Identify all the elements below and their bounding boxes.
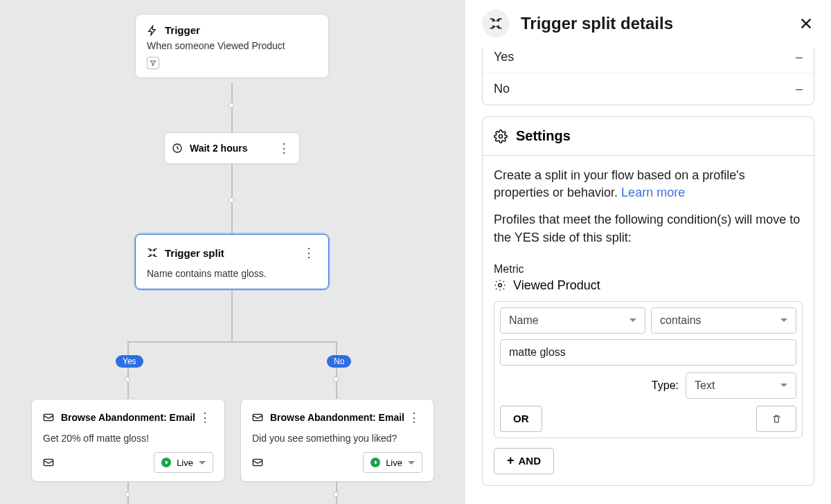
panel-title: Trigger split details: [521, 14, 798, 33]
email-node-no[interactable]: Browse Abandonment: Email... ⋮ Did you s…: [240, 399, 434, 482]
connector-handle: [333, 492, 339, 497]
play-icon: [370, 458, 380, 467]
delete-button[interactable]: [756, 406, 796, 432]
connector-handle: [333, 377, 339, 382]
panel-header: Trigger split details: [465, 0, 831, 48]
split-title: Trigger split: [165, 247, 224, 259]
split-desc: Name contains matte gloss.: [147, 268, 317, 279]
stat-value: –: [796, 82, 803, 96]
metric-value-row: Viewed Product: [494, 278, 803, 293]
settings-header: Settings: [483, 117, 814, 156]
stat-row-no: No–: [483, 73, 814, 105]
settings-desc2: Profiles that meet the following conditi…: [494, 211, 803, 246]
value-input[interactable]: [500, 339, 796, 366]
more-menu[interactable]: ⋮: [301, 244, 317, 261]
chevron-down-icon: [408, 461, 415, 465]
type-select[interactable]: Text: [686, 372, 796, 399]
mail-icon: [43, 458, 54, 467]
email-body: Did you see something you liked?: [252, 433, 422, 444]
connector: [127, 341, 129, 399]
status-dropdown[interactable]: Live: [363, 452, 422, 473]
svg-point-6: [499, 284, 502, 287]
connector-handle: [125, 377, 130, 382]
chevron-down-icon: [780, 318, 787, 322]
svg-rect-2: [44, 459, 53, 465]
more-menu[interactable]: ⋮: [406, 409, 422, 426]
no-badge: No: [327, 355, 351, 368]
wait-label: Wait 2 hours: [190, 143, 269, 154]
stat-row-yes: Yes–: [483, 48, 814, 73]
filter-icon[interactable]: [147, 57, 159, 69]
gear-icon: [494, 279, 506, 291]
yes-badge: Yes: [116, 355, 143, 368]
connector-handle: [125, 492, 130, 497]
or-button[interactable]: OR: [500, 406, 542, 432]
stat-label: No: [494, 82, 510, 96]
connector: [127, 341, 337, 343]
clock-icon: [172, 143, 183, 154]
svg-rect-4: [253, 459, 262, 465]
stat-value: –: [796, 50, 803, 64]
trigger-split-node[interactable]: Trigger split ⋮ Name contains matte glos…: [135, 234, 329, 289]
connector-handle: [229, 197, 234, 203]
email-title: Browse Abandonment: Email...: [61, 412, 195, 423]
and-button[interactable]: +AND: [494, 448, 554, 474]
wait-node[interactable]: Wait 2 hours ⋮: [164, 132, 300, 164]
mail-icon: [43, 413, 54, 422]
trigger-title: Trigger: [165, 24, 200, 36]
condition-group: Name contains Type: Text OR: [494, 301, 803, 438]
chevron-down-icon: [629, 318, 636, 322]
connector: [336, 341, 337, 399]
learn-more-link[interactable]: Learn more: [621, 186, 685, 199]
chevron-down-icon: [199, 461, 206, 465]
svg-rect-3: [253, 414, 262, 420]
email-body: Get 20% off matte gloss!: [43, 433, 213, 444]
more-menu[interactable]: ⋮: [276, 140, 292, 156]
status-label: Live: [177, 458, 193, 468]
connector-handle: [229, 102, 234, 108]
status-label: Live: [386, 458, 402, 468]
field-select[interactable]: Name: [500, 307, 645, 334]
settings-card: Settings Create a split in your flow bas…: [482, 116, 814, 486]
trigger-desc: When someone Viewed Product: [147, 40, 317, 51]
settings-desc: Create a split in your flow based on a p…: [494, 167, 803, 201]
connector: [231, 288, 233, 342]
lightning-icon: [147, 25, 158, 36]
stat-label: Yes: [494, 50, 514, 64]
type-label: Type:: [652, 379, 679, 392]
settings-title: Settings: [516, 128, 571, 144]
metric-value: Viewed Product: [513, 278, 600, 293]
email-title: Browse Abandonment: Email...: [270, 412, 404, 423]
split-icon: [147, 247, 158, 258]
svg-point-5: [499, 134, 503, 138]
trigger-node[interactable]: Trigger When someone Viewed Product: [135, 14, 329, 78]
mail-icon: [252, 458, 263, 467]
metric-label: Metric: [494, 263, 803, 276]
email-node-yes[interactable]: Browse Abandonment: Email... ⋮ Get 20% o…: [31, 399, 225, 482]
close-button[interactable]: [798, 15, 814, 32]
stats-card: Waiting– Yes– No–: [482, 48, 814, 105]
flow-canvas[interactable]: Trigger When someone Viewed Product Wait…: [0, 0, 465, 504]
mail-icon: [252, 413, 263, 422]
status-dropdown[interactable]: Live: [154, 452, 213, 473]
details-panel: Trigger split details Waiting– Yes– No– …: [465, 0, 831, 504]
gear-icon: [494, 129, 508, 143]
operator-select[interactable]: contains: [651, 307, 796, 334]
chevron-down-icon: [780, 384, 787, 387]
svg-rect-1: [44, 414, 53, 420]
more-menu[interactable]: ⋮: [197, 409, 213, 426]
split-icon: [482, 10, 510, 37]
play-icon: [161, 458, 171, 467]
